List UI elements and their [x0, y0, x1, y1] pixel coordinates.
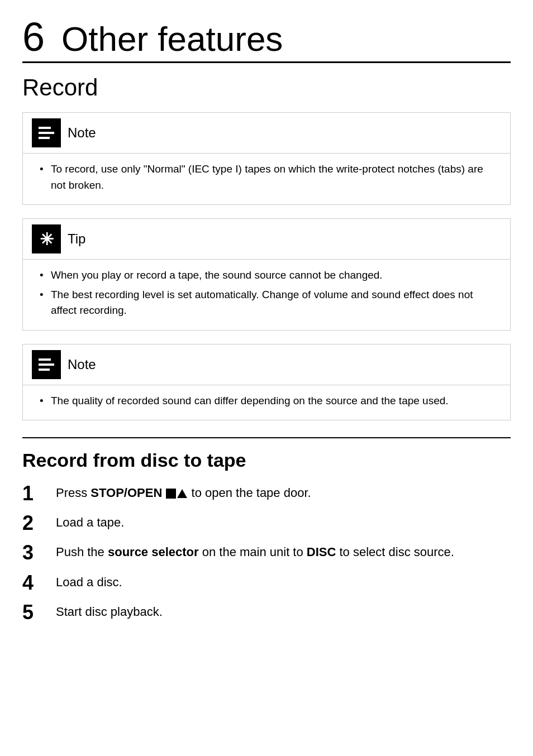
stop-open-bold: STOP/OPEN	[91, 486, 162, 500]
note-lines-icon	[39, 127, 54, 139]
source-selector-bold: source selector	[108, 545, 199, 559]
note2-box: Note The quality of recorded sound can d…	[22, 344, 511, 421]
step-number-2: 2	[22, 511, 45, 535]
note2-label: Note	[68, 357, 96, 372]
record-section-title: Record	[22, 74, 511, 101]
step-number-5: 5	[22, 600, 45, 624]
note2-content: The quality of recorded sound can differ…	[23, 385, 510, 420]
stop-icon	[166, 489, 176, 499]
note1-icon	[32, 118, 61, 147]
step-1: 1 Press STOP/OPEN to open the tape door.	[22, 481, 511, 505]
tip1-label: Tip	[68, 231, 85, 247]
chapter-title: Other features	[61, 22, 283, 56]
tip1-box: ✳ Tip When you play or record a tape, th…	[22, 218, 511, 331]
step-number-1: 1	[22, 481, 45, 505]
list-item: The best recording level is set automati…	[40, 287, 497, 319]
step-text-2: Load a tape.	[56, 511, 124, 532]
note1-header: Note	[23, 113, 510, 153]
eject-icon	[177, 489, 187, 498]
note1-content: To record, use only "Normal" (IEC type I…	[23, 154, 510, 204]
step-text-5: Start disc playback.	[56, 600, 163, 621]
note1-box: Note To record, use only "Normal" (IEC t…	[22, 112, 511, 205]
step-number-3: 3	[22, 540, 45, 564]
star-icon: ✳	[40, 229, 54, 249]
step-number-4: 4	[22, 571, 45, 595]
tip1-list: When you play or record a tape, the soun…	[40, 267, 497, 319]
disc-bold: DISC	[307, 545, 336, 559]
step-2: 2 Load a tape.	[22, 511, 511, 535]
list-item: The quality of recorded sound can differ…	[40, 393, 497, 409]
step-text-1: Press STOP/OPEN to open the tape door.	[56, 481, 311, 502]
step-text-4: Load a disc.	[56, 571, 122, 591]
list-item: To record, use only "Normal" (IEC type I…	[40, 161, 497, 193]
note2-list: The quality of recorded sound can differ…	[40, 393, 497, 409]
record-disc-title: Record from disc to tape	[22, 449, 511, 471]
list-item: When you play or record a tape, the soun…	[40, 267, 497, 284]
chapter-header: 6 Other features	[22, 17, 511, 57]
note1-list: To record, use only "Normal" (IEC type I…	[40, 161, 497, 193]
note1-label: Note	[68, 125, 96, 141]
step-text-3: Push the source selector on the main uni…	[56, 540, 454, 561]
tip1-content: When you play or record a tape, the soun…	[23, 260, 510, 330]
tip1-icon: ✳	[32, 224, 61, 253]
note2-icon	[32, 350, 61, 379]
note-lines-icon	[39, 358, 54, 371]
section-divider	[22, 437, 511, 438]
step-4: 4 Load a disc.	[22, 571, 511, 595]
step-5: 5 Start disc playback.	[22, 600, 511, 624]
note2-header: Note	[23, 344, 510, 385]
step-3: 3 Push the source selector on the main u…	[22, 540, 511, 564]
chapter-number: 6	[22, 17, 45, 57]
tip1-header: ✳ Tip	[23, 219, 510, 259]
steps-list: 1 Press STOP/OPEN to open the tape door.…	[22, 481, 511, 624]
top-divider	[22, 61, 511, 63]
